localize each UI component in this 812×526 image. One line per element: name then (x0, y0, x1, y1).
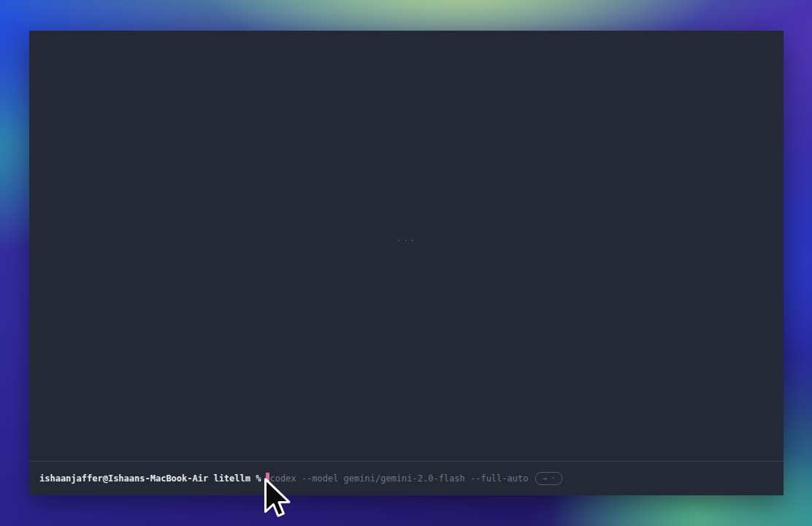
autosuggestion-text: codex --model gemini/gemini-2.0-flash --… (269, 473, 528, 484)
desktop-wallpaper: { "terminal": { "prompt": "ishaanjaffer@… (0, 0, 812, 526)
terminal-prompt-line[interactable]: ishaanjaffer@Ishaans-MacBook-Air litellm… (29, 461, 784, 495)
shell-prompt: ishaanjaffer@Ishaans-MacBook-Air litellm… (39, 473, 261, 484)
loading-ellipsis: ··· (29, 235, 784, 245)
accept-suggestion-key-hint: → · (535, 472, 562, 485)
terminal-window[interactable]: ··· ishaanjaffer@Ishaans-MacBook-Air lit… (29, 31, 784, 495)
terminal-output-area[interactable]: ··· (29, 31, 784, 461)
